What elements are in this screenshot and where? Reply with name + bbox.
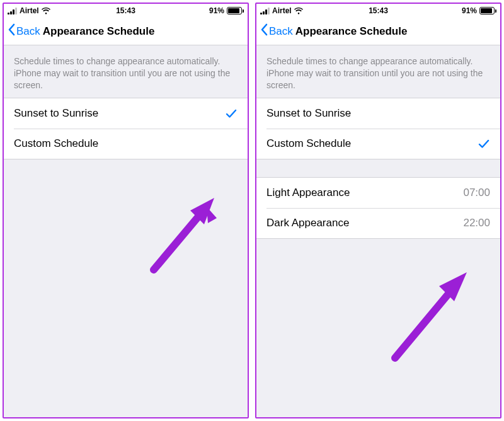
cell-value: 22:00 <box>463 217 490 229</box>
annotation-arrow-icon <box>389 268 477 363</box>
option-custom-schedule[interactable]: Custom Schedule <box>14 129 248 159</box>
back-button[interactable]: Back <box>8 23 40 39</box>
screenshot-right: Airtel 15:43 91% Back Appearance Schedul… <box>255 3 501 418</box>
section-description: Schedule times to change appearance auto… <box>256 45 500 98</box>
option-sunset-sunrise[interactable]: Sunset to Sunrise <box>4 98 248 129</box>
battery-icon <box>227 7 244 14</box>
option-label: Sunset to Sunrise <box>14 107 98 120</box>
dark-appearance-row[interactable]: Dark Appearance 22:00 <box>266 208 500 238</box>
option-label: Sunset to Sunrise <box>266 107 351 120</box>
status-bar: Airtel 15:43 91% <box>256 4 500 18</box>
section-description: Schedule times to change appearance auto… <box>4 45 248 98</box>
option-sunset-sunrise[interactable]: Sunset to Sunrise <box>256 98 500 129</box>
battery-percent: 91% <box>209 6 224 15</box>
wifi-icon <box>294 8 303 14</box>
cellular-signal-icon <box>8 8 17 14</box>
checkmark-icon <box>478 137 490 150</box>
annotation-arrow-icon <box>149 193 224 275</box>
clock: 15:43 <box>369 6 388 15</box>
back-button[interactable]: Back <box>260 23 293 39</box>
chevron-left-icon <box>260 23 268 39</box>
cell-label: Dark Appearance <box>266 217 349 229</box>
option-label: Custom Schedule <box>14 137 98 150</box>
light-appearance-row[interactable]: Light Appearance 07:00 <box>256 178 500 208</box>
battery-icon <box>479 7 496 14</box>
svg-marker-1 <box>439 272 467 301</box>
carrier-label: Airtel <box>272 6 292 15</box>
screenshot-left: Airtel 15:43 91% Back Appearance Schedul… <box>3 3 249 418</box>
nav-bar: Back Appearance Schedule <box>256 18 500 45</box>
appearance-times-group: Light Appearance 07:00 Dark Appearance 2… <box>256 177 500 239</box>
option-custom-schedule[interactable]: Custom Schedule <box>266 129 500 159</box>
cell-label: Light Appearance <box>266 187 350 199</box>
battery-percent: 91% <box>462 6 477 15</box>
svg-marker-0 <box>190 198 214 224</box>
chevron-left-icon <box>8 23 15 39</box>
cellular-signal-icon <box>260 8 270 14</box>
page-title: Appearance Schedule <box>43 25 155 38</box>
option-label: Custom Schedule <box>266 137 351 150</box>
back-label: Back <box>269 25 293 38</box>
clock: 15:43 <box>116 6 135 15</box>
schedule-options-group: Sunset to Sunrise Custom Schedule <box>256 98 500 159</box>
checkmark-icon <box>225 107 238 120</box>
status-bar: Airtel 15:43 91% <box>4 4 248 18</box>
cell-value: 07:00 <box>463 187 490 199</box>
carrier-label: Airtel <box>20 6 39 15</box>
nav-bar: Back Appearance Schedule <box>4 18 248 45</box>
wifi-icon <box>42 8 50 14</box>
schedule-options-group: Sunset to Sunrise Custom Schedule <box>4 98 248 159</box>
page-title: Appearance Schedule <box>295 25 408 38</box>
back-label: Back <box>16 25 40 38</box>
